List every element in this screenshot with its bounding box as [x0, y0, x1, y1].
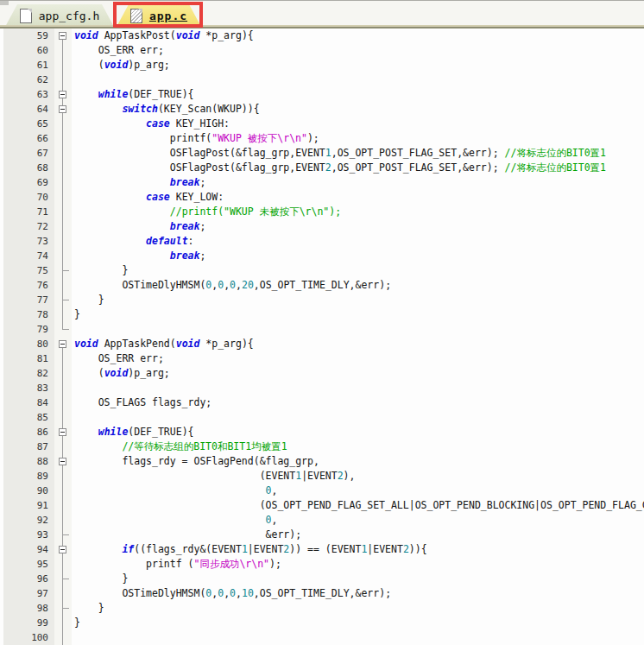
- code-line[interactable]: 95 printf ("同步成功\r\n");: [0, 557, 644, 572]
- code-line[interactable]: 81 OS_ERR err;: [0, 351, 644, 366]
- fold-margin: [54, 219, 72, 234]
- code-line[interactable]: 80void AppTaskPend(void *p_arg){: [0, 337, 644, 351]
- code-line[interactable]: 62: [0, 73, 644, 87]
- line-number: 65: [3, 117, 54, 131]
- line-number: 62: [3, 73, 54, 87]
- code-text: [72, 630, 644, 645]
- line-number: 86: [3, 425, 54, 439]
- line-number: 64: [3, 102, 54, 117]
- code-line[interactable]: 89 (EVENT1|EVENT2),: [0, 469, 644, 484]
- code-line[interactable]: 94 if((flags_rdy&(EVENT1|EVENT2)) == (EV…: [0, 542, 644, 557]
- code-line[interactable]: 69 break;: [0, 175, 644, 190]
- code-line[interactable]: 68 OSFlagPost(&flag_grp,EVENT2,OS_OPT_PO…: [0, 161, 644, 175]
- line-number: 60: [3, 43, 54, 58]
- line-number: 84: [3, 395, 54, 410]
- fold-margin: [54, 454, 72, 469]
- fold-collapse-icon[interactable]: [59, 428, 66, 436]
- fold-margin: [54, 586, 72, 601]
- code-line[interactable]: 73 default:: [0, 234, 644, 249]
- line-number: 88: [3, 454, 54, 469]
- code-line[interactable]: 96 }: [0, 572, 644, 586]
- fold-collapse-icon[interactable]: [59, 546, 66, 553]
- fold-margin: [54, 263, 72, 278]
- line-number: 73: [3, 234, 54, 249]
- line-number: 66: [3, 131, 54, 146]
- code-line[interactable]: 87 //等待标志组的BIT0和BIT1均被置1: [0, 439, 644, 454]
- code-line[interactable]: 76 OSTimeDlyHMSM(0,0,0,20,OS_OPT_TIME_DL…: [0, 278, 644, 293]
- code-line[interactable]: 84 OS_FLAGS flags_rdy;: [0, 395, 644, 410]
- code-line[interactable]: 63 while(DEF_TRUE){: [0, 87, 644, 102]
- code-line[interactable]: 66 printf("WKUP 被按下\r\n");: [0, 131, 644, 146]
- tab-label: app_cfg.h: [39, 9, 99, 22]
- fold-collapse-icon[interactable]: [59, 91, 66, 98]
- code-line[interactable]: 91 (OS_OPT_PEND_FLAG_SET_ALL|OS_OPT_PEND…: [0, 498, 644, 513]
- code-line[interactable]: 75 }: [0, 263, 644, 278]
- fold-margin: [54, 293, 72, 307]
- code-line[interactable]: 67 OSFlagPost(&flag_grp,EVENT1,OS_OPT_PO…: [0, 146, 644, 161]
- line-number: 77: [3, 293, 54, 307]
- code-editor[interactable]: 59void AppTaskPost(void *p_arg){60 OS_ER…: [0, 28, 644, 645]
- fold-margin: [54, 234, 72, 249]
- document-icon: [130, 9, 142, 23]
- line-number: 67: [3, 146, 54, 161]
- code-line[interactable]: 97 OSTimeDlyHMSM(0,0,0,10,OS_OPT_TIME_DL…: [0, 586, 644, 601]
- line-number: 59: [3, 28, 54, 43]
- fold-margin: [54, 43, 72, 58]
- code-line[interactable]: 79: [0, 322, 644, 337]
- code-line[interactable]: 85: [0, 410, 644, 425]
- line-number: 69: [3, 175, 54, 190]
- fold-margin: [54, 439, 72, 454]
- fold-collapse-icon[interactable]: [59, 105, 66, 113]
- fold-margin: [54, 146, 72, 161]
- code-line[interactable]: 77 }: [0, 293, 644, 307]
- code-line[interactable]: 93 &err);: [0, 528, 644, 542]
- code-line[interactable]: 71 //printf("WKUP 未被按下\r\n");: [0, 205, 644, 219]
- code-text: }: [72, 293, 644, 307]
- code-text: [72, 381, 644, 395]
- code-text: break;: [72, 219, 644, 234]
- code-line[interactable]: 65 case KEY_HIGH:: [0, 117, 644, 131]
- code-line[interactable]: 100: [0, 630, 644, 645]
- code-text: printf ("同步成功\r\n");: [72, 557, 644, 572]
- code-line[interactable]: 82 (void)p_arg;: [0, 366, 644, 381]
- code-line[interactable]: 83: [0, 381, 644, 395]
- code-line[interactable]: 72 break;: [0, 219, 644, 234]
- line-number: 76: [3, 278, 54, 293]
- code-line[interactable]: 61 (void)p_arg;: [0, 58, 644, 73]
- fold-margin: [54, 102, 72, 117]
- code-text: OS_FLAGS flags_rdy;: [72, 395, 644, 410]
- code-line[interactable]: 60 OS_ERR err;: [0, 43, 644, 58]
- fold-margin: [54, 557, 72, 572]
- code-line[interactable]: 90 0,: [0, 484, 644, 498]
- code-line[interactable]: 70 case KEY_LOW:: [0, 190, 644, 205]
- code-line[interactable]: 78}: [0, 307, 644, 322]
- fold-margin: [54, 616, 72, 630]
- code-text: if((flags_rdy&(EVENT1|EVENT2)) == (EVENT…: [72, 542, 644, 557]
- tab-app-c[interactable]: app.c: [117, 4, 201, 27]
- fold-margin: [54, 307, 72, 322]
- code-text: break;: [72, 175, 644, 190]
- code-line[interactable]: 98 }: [0, 601, 644, 616]
- line-number: 61: [3, 58, 54, 73]
- code-line[interactable]: 74 break;: [0, 249, 644, 263]
- code-line[interactable]: 92 0,: [0, 513, 644, 528]
- line-number: 89: [3, 469, 54, 484]
- code-text: case KEY_HIGH:: [72, 117, 644, 131]
- code-text: break;: [72, 249, 644, 263]
- fold-collapse-icon[interactable]: [59, 458, 66, 465]
- fold-collapse-icon[interactable]: [59, 340, 66, 348]
- line-number: 78: [3, 307, 54, 322]
- code-text: switch(KEY_Scan(WKUP)){: [72, 102, 644, 117]
- code-line[interactable]: 64 switch(KEY_Scan(WKUP)){: [0, 102, 644, 117]
- fold-margin: [54, 73, 72, 87]
- fold-collapse-icon[interactable]: [59, 32, 66, 40]
- fold-margin: [54, 337, 72, 351]
- code-text: //printf("WKUP 未被按下\r\n");: [72, 205, 644, 219]
- line-number: 92: [3, 513, 54, 528]
- code-line[interactable]: 99}: [0, 616, 644, 630]
- code-line[interactable]: 59void AppTaskPost(void *p_arg){: [0, 28, 644, 43]
- code-line[interactable]: 86 while(DEF_TRUE){: [0, 425, 644, 439]
- line-number: 96: [3, 572, 54, 586]
- code-line[interactable]: 88 flags_rdy = OSFlagPend(&flag_grp,: [0, 454, 644, 469]
- tab-app-cfg-h[interactable]: app_cfg.h: [5, 4, 114, 27]
